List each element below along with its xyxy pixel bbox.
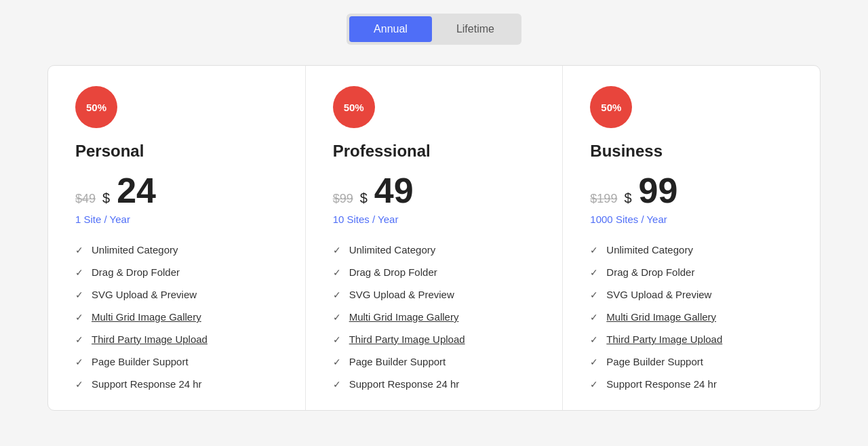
feature-label: Drag & Drop Folder — [92, 266, 180, 278]
list-item: ✓Third Party Image Upload — [590, 333, 793, 345]
features-list: ✓Unlimited Category✓Drag & Drop Folder✓S… — [590, 244, 793, 390]
price-row: $199$99 — [590, 173, 793, 208]
list-item: ✓Third Party Image Upload — [333, 333, 536, 345]
list-item: ✓Multi Grid Image Gallery — [75, 311, 278, 323]
feature-label: Third Party Image Upload — [606, 333, 722, 345]
list-item: ✓Multi Grid Image Gallery — [333, 311, 536, 323]
list-item: ✓SVG Upload & Preview — [333, 289, 536, 300]
annual-button[interactable]: Annual — [349, 16, 432, 42]
list-item: ✓Page Builder Support — [333, 356, 536, 367]
list-item: ✓SVG Upload & Preview — [75, 289, 278, 300]
lifetime-button[interactable]: Lifetime — [432, 16, 519, 42]
feature-label: Multi Grid Image Gallery — [349, 311, 459, 323]
check-icon: ✓ — [333, 267, 341, 278]
discount-badge: 50% — [333, 86, 375, 128]
check-icon: ✓ — [75, 267, 83, 278]
check-icon: ✓ — [75, 357, 83, 367]
new-price: 49 — [374, 173, 414, 208]
list-item: ✓Page Builder Support — [590, 356, 793, 367]
feature-label: Page Builder Support — [349, 356, 446, 367]
list-item: ✓Unlimited Category — [590, 244, 793, 256]
old-price: $199 — [590, 192, 617, 206]
plan-name: Personal — [75, 142, 278, 161]
feature-label: Third Party Image Upload — [92, 333, 208, 345]
check-icon: ✓ — [590, 267, 598, 278]
feature-label: Unlimited Category — [92, 244, 178, 256]
plan-card-personal: 50%Personal$49$241 Site / Year✓Unlimited… — [48, 66, 306, 410]
check-icon: ✓ — [333, 245, 341, 256]
plan-period: 10 Sites / Year — [333, 214, 536, 225]
check-icon: ✓ — [590, 334, 598, 345]
feature-label: Unlimited Category — [349, 244, 436, 256]
check-icon: ✓ — [590, 312, 598, 323]
check-icon: ✓ — [590, 357, 598, 367]
list-item: ✓Support Response 24 hr — [590, 378, 793, 390]
list-item: ✓Multi Grid Image Gallery — [590, 311, 793, 323]
currency-symbol: $ — [624, 190, 631, 206]
feature-label: Multi Grid Image Gallery — [606, 311, 716, 323]
price-row: $49$24 — [75, 173, 278, 208]
currency-symbol: $ — [360, 190, 368, 206]
check-icon: ✓ — [75, 245, 83, 256]
feature-label: Drag & Drop Folder — [606, 266, 694, 278]
feature-label: SVG Upload & Preview — [349, 289, 454, 300]
check-icon: ✓ — [333, 289, 341, 300]
currency-symbol: $ — [102, 190, 110, 206]
plans-container: 50%Personal$49$241 Site / Year✓Unlimited… — [47, 65, 821, 411]
plan-period: 1 Site / Year — [75, 214, 278, 225]
check-icon: ✓ — [590, 245, 598, 256]
feature-label: Page Builder Support — [92, 356, 189, 367]
check-icon: ✓ — [333, 334, 341, 345]
list-item: ✓Support Response 24 hr — [75, 378, 278, 390]
feature-label: Multi Grid Image Gallery — [92, 311, 201, 323]
check-icon: ✓ — [333, 357, 341, 367]
list-item: ✓Drag & Drop Folder — [590, 266, 793, 278]
old-price: $99 — [333, 192, 353, 206]
plan-card-business: 50%Business$199$991000 Sites / Year✓Unli… — [563, 66, 820, 410]
feature-label: Support Response 24 hr — [606, 378, 717, 390]
check-icon: ✓ — [333, 379, 341, 390]
feature-label: Support Response 24 hr — [92, 378, 202, 390]
check-icon: ✓ — [75, 334, 83, 345]
discount-badge: 50% — [75, 86, 117, 128]
plan-card-professional: 50%Professional$99$4910 Sites / Year✓Unl… — [306, 66, 564, 410]
check-icon: ✓ — [590, 289, 598, 300]
price-row: $99$49 — [333, 173, 536, 208]
plan-name: Business — [590, 142, 793, 161]
list-item: ✓Third Party Image Upload — [75, 333, 278, 345]
old-price: $49 — [75, 192, 96, 206]
features-list: ✓Unlimited Category✓Drag & Drop Folder✓S… — [75, 244, 278, 390]
check-icon: ✓ — [75, 289, 83, 300]
list-item: ✓SVG Upload & Preview — [590, 289, 793, 300]
feature-label: Third Party Image Upload — [349, 333, 465, 345]
discount-badge: 50% — [590, 86, 632, 128]
list-item: ✓Drag & Drop Folder — [75, 266, 278, 278]
new-price: 24 — [117, 173, 156, 208]
feature-label: Support Response 24 hr — [349, 378, 460, 390]
feature-label: SVG Upload & Preview — [606, 289, 711, 300]
plan-name: Professional — [333, 142, 536, 161]
list-item: ✓Unlimited Category — [75, 244, 278, 256]
list-item: ✓Unlimited Category — [333, 244, 536, 256]
check-icon: ✓ — [333, 312, 341, 323]
check-icon: ✓ — [75, 379, 83, 390]
list-item: ✓Page Builder Support — [75, 356, 278, 367]
feature-label: SVG Upload & Preview — [92, 289, 197, 300]
feature-label: Page Builder Support — [606, 356, 703, 367]
list-item: ✓Drag & Drop Folder — [333, 266, 536, 278]
feature-label: Drag & Drop Folder — [349, 266, 437, 278]
new-price: 99 — [639, 173, 678, 208]
feature-label: Unlimited Category — [606, 244, 693, 256]
billing-toggle: Annual Lifetime — [347, 14, 521, 45]
check-icon: ✓ — [590, 379, 598, 390]
check-icon: ✓ — [75, 312, 83, 323]
list-item: ✓Support Response 24 hr — [333, 378, 536, 390]
features-list: ✓Unlimited Category✓Drag & Drop Folder✓S… — [333, 244, 536, 390]
plan-period: 1000 Sites / Year — [590, 214, 793, 225]
